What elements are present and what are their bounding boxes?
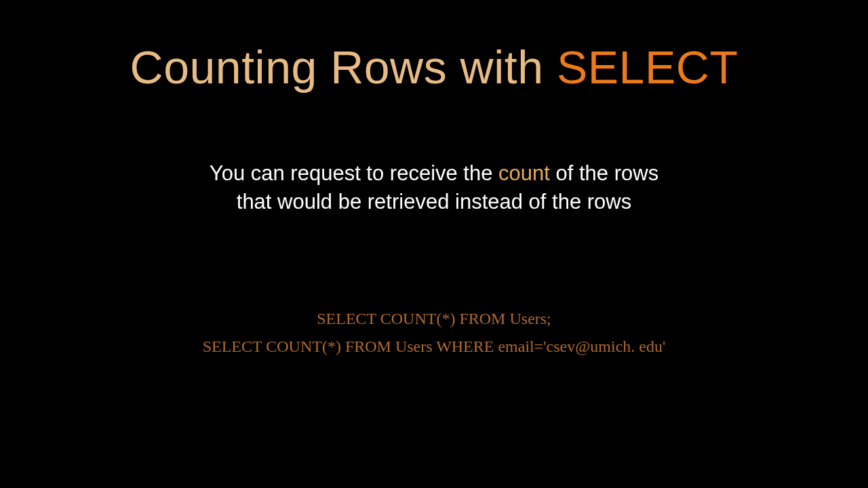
slide-title: Counting Rows with SELECT	[0, 41, 868, 94]
body-text-before: You can request to receive the	[210, 161, 498, 185]
code-block: SELECT COUNT(*) FROM Users; SELECT COUNT…	[0, 305, 868, 361]
title-text: Counting Rows with	[130, 41, 557, 93]
code-line-1: SELECT COUNT(*) FROM Users;	[0, 305, 868, 333]
body-line2: that would be retrieved instead of the r…	[237, 190, 631, 214]
slide: Counting Rows with SELECT You can reques…	[0, 0, 868, 488]
body-text-after: of the rows	[550, 161, 658, 185]
body-highlight: count	[498, 161, 550, 185]
code-line-2: SELECT COUNT(*) FROM Users WHERE email='…	[0, 333, 868, 361]
title-highlight: SELECT	[557, 41, 738, 93]
slide-body: You can request to receive the count of …	[0, 159, 868, 216]
